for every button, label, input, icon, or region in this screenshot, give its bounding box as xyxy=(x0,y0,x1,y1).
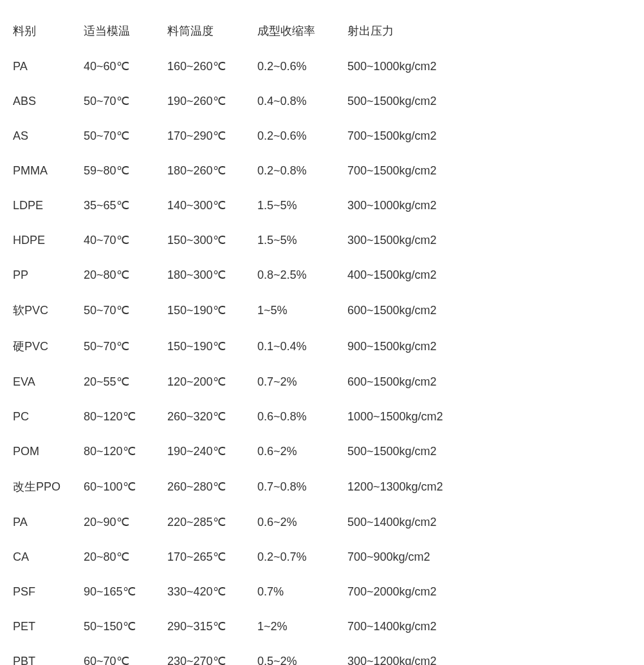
table-row: CA20~80℃170~265℃0.2~0.7%700~900kg/cm2 xyxy=(13,539,630,574)
cell-material: EVA xyxy=(13,364,84,399)
cell-shrinkage: 0.6~2% xyxy=(257,505,347,539)
cell-material: HDPE xyxy=(13,223,84,258)
table-row: PC80~120℃260~320℃0.6~0.8%1000~1500kg/cm2 xyxy=(13,399,630,434)
cell-shrinkage: 1~5% xyxy=(257,292,347,328)
cell-barrel-temp: 120~200℃ xyxy=(167,364,257,399)
header-mold-temp: 适当模温 xyxy=(84,13,167,49)
cell-pressure: 500~1400kg/cm2 xyxy=(347,505,630,539)
cell-pressure: 600~1500kg/cm2 xyxy=(347,292,630,328)
cell-shrinkage: 0.5~2% xyxy=(257,644,347,665)
cell-material: PSF xyxy=(13,574,84,609)
cell-mold-temp: 50~70℃ xyxy=(84,84,167,118)
cell-material: LDPE xyxy=(13,188,84,223)
table-row: PA40~60℃160~260℃0.2~0.6%500~1000kg/cm2 xyxy=(13,49,630,84)
cell-shrinkage: 0.6~0.8% xyxy=(257,399,347,434)
cell-material: CA xyxy=(13,539,84,574)
cell-material: PC xyxy=(13,399,84,434)
cell-material: PBT xyxy=(13,644,84,665)
table-row: PBT60~70℃230~270℃0.5~2%300~1200kg/cm2 xyxy=(13,644,630,665)
cell-barrel-temp: 290~315℃ xyxy=(167,609,257,644)
table-row: HDPE40~70℃150~300℃1.5~5%300~1500kg/cm2 xyxy=(13,223,630,258)
cell-mold-temp: 60~70℃ xyxy=(84,644,167,665)
cell-material: ABS xyxy=(13,84,84,118)
cell-material: 软PVC xyxy=(13,292,84,328)
cell-pressure: 300~1500kg/cm2 xyxy=(347,223,630,258)
table-row: PMMA59~80℃180~260℃0.2~0.8%700~1500kg/cm2 xyxy=(13,153,630,188)
cell-barrel-temp: 230~270℃ xyxy=(167,644,257,665)
cell-pressure: 1200~1300kg/cm2 xyxy=(347,469,630,505)
table-row: PSF90~165℃330~420℃0.7%700~2000kg/cm2 xyxy=(13,574,630,609)
cell-pressure: 1000~1500kg/cm2 xyxy=(347,399,630,434)
cell-barrel-temp: 330~420℃ xyxy=(167,574,257,609)
cell-shrinkage: 1~2% xyxy=(257,609,347,644)
cell-mold-temp: 20~80℃ xyxy=(84,258,167,292)
table-body: PA40~60℃160~260℃0.2~0.6%500~1000kg/cm2AB… xyxy=(13,49,630,665)
cell-material: PMMA xyxy=(13,153,84,188)
cell-barrel-temp: 150~190℃ xyxy=(167,292,257,328)
cell-material: PP xyxy=(13,258,84,292)
cell-mold-temp: 20~55℃ xyxy=(84,364,167,399)
header-barrel-temp: 料筒温度 xyxy=(167,13,257,49)
cell-material: PA xyxy=(13,49,84,84)
cell-shrinkage: 0.2~0.6% xyxy=(257,118,347,153)
cell-shrinkage: 0.2~0.8% xyxy=(257,153,347,188)
table-row: LDPE35~65℃140~300℃1.5~5%300~1000kg/cm2 xyxy=(13,188,630,223)
table-row: PP20~80℃180~300℃0.8~2.5%400~1500kg/cm2 xyxy=(13,258,630,292)
table-row: PA20~90℃220~285℃0.6~2%500~1400kg/cm2 xyxy=(13,505,630,539)
cell-mold-temp: 50~70℃ xyxy=(84,118,167,153)
cell-barrel-temp: 150~300℃ xyxy=(167,223,257,258)
cell-pressure: 700~1400kg/cm2 xyxy=(347,609,630,644)
cell-mold-temp: 59~80℃ xyxy=(84,153,167,188)
cell-mold-temp: 80~120℃ xyxy=(84,434,167,469)
cell-mold-temp: 50~70℃ xyxy=(84,328,167,364)
cell-shrinkage: 0.2~0.7% xyxy=(257,539,347,574)
cell-shrinkage: 1.5~5% xyxy=(257,223,347,258)
cell-mold-temp: 40~60℃ xyxy=(84,49,167,84)
materials-table: 料别 适当模温 料筒温度 成型收缩率 射出压力 PA40~60℃160~260℃… xyxy=(13,13,630,665)
cell-shrinkage: 0.7% xyxy=(257,574,347,609)
cell-shrinkage: 0.2~0.6% xyxy=(257,49,347,84)
cell-shrinkage: 0.7~0.8% xyxy=(257,469,347,505)
cell-mold-temp: 20~80℃ xyxy=(84,539,167,574)
cell-mold-temp: 20~90℃ xyxy=(84,505,167,539)
cell-mold-temp: 60~100℃ xyxy=(84,469,167,505)
cell-mold-temp: 50~70℃ xyxy=(84,292,167,328)
cell-material: 硬PVC xyxy=(13,328,84,364)
table-row: EVA20~55℃120~200℃0.7~2%600~1500kg/cm2 xyxy=(13,364,630,399)
cell-pressure: 700~900kg/cm2 xyxy=(347,539,630,574)
cell-pressure: 300~1200kg/cm2 xyxy=(347,644,630,665)
table-row: AS50~70℃170~290℃0.2~0.6%700~1500kg/cm2 xyxy=(13,118,630,153)
header-material: 料别 xyxy=(13,13,84,49)
table-row: ABS50~70℃190~260℃0.4~0.8%500~1500kg/cm2 xyxy=(13,84,630,118)
header-shrinkage: 成型收缩率 xyxy=(257,13,347,49)
cell-barrel-temp: 220~285℃ xyxy=(167,505,257,539)
cell-pressure: 500~1500kg/cm2 xyxy=(347,434,630,469)
cell-barrel-temp: 160~260℃ xyxy=(167,49,257,84)
table-row: 软PVC50~70℃150~190℃1~5%600~1500kg/cm2 xyxy=(13,292,630,328)
cell-mold-temp: 50~150℃ xyxy=(84,609,167,644)
cell-pressure: 700~2000kg/cm2 xyxy=(347,574,630,609)
cell-barrel-temp: 260~280℃ xyxy=(167,469,257,505)
table-row: PET50~150℃290~315℃1~2%700~1400kg/cm2 xyxy=(13,609,630,644)
cell-material: AS xyxy=(13,118,84,153)
cell-shrinkage: 0.7~2% xyxy=(257,364,347,399)
cell-shrinkage: 0.4~0.8% xyxy=(257,84,347,118)
table-row: POM80~120℃190~240℃0.6~2%500~1500kg/cm2 xyxy=(13,434,630,469)
cell-barrel-temp: 190~260℃ xyxy=(167,84,257,118)
cell-mold-temp: 35~65℃ xyxy=(84,188,167,223)
cell-barrel-temp: 190~240℃ xyxy=(167,434,257,469)
cell-pressure: 700~1500kg/cm2 xyxy=(347,153,630,188)
cell-shrinkage: 0.8~2.5% xyxy=(257,258,347,292)
cell-barrel-temp: 170~265℃ xyxy=(167,539,257,574)
cell-barrel-temp: 180~260℃ xyxy=(167,153,257,188)
cell-pressure: 400~1500kg/cm2 xyxy=(347,258,630,292)
table-row: 硬PVC50~70℃150~190℃0.1~0.4%900~1500kg/cm2 xyxy=(13,328,630,364)
cell-material: PA xyxy=(13,505,84,539)
cell-pressure: 900~1500kg/cm2 xyxy=(347,328,630,364)
cell-pressure: 700~1500kg/cm2 xyxy=(347,118,630,153)
header-pressure: 射出压力 xyxy=(347,13,630,49)
cell-material: PET xyxy=(13,609,84,644)
cell-pressure: 600~1500kg/cm2 xyxy=(347,364,630,399)
table-row: 改生PPO60~100℃260~280℃0.7~0.8%1200~1300kg/… xyxy=(13,469,630,505)
cell-mold-temp: 90~165℃ xyxy=(84,574,167,609)
